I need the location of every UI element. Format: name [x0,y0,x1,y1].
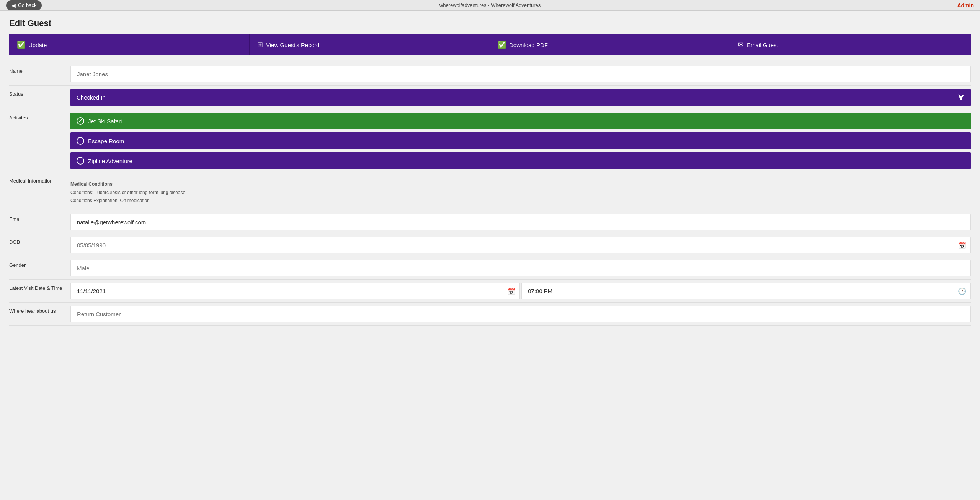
admin-link[interactable]: Admin [957,2,974,8]
calendar-date-icon: 📅 [507,287,515,296]
name-row: Name [9,63,971,86]
medical-title: Medical Conditions [70,180,971,188]
date-time-row: 📅 🕐 [70,283,971,299]
latest-visit-row: Latest Visit Date & Time 📅 🕐 [9,280,971,303]
email-label: Email [9,211,70,227]
view-guests-record-button[interactable]: ⊞ View Guest's Record [250,34,490,55]
date-wrapper: 📅 [70,283,520,299]
where-hear-input[interactable] [70,306,971,322]
gender-input[interactable] [70,260,971,276]
go-back-button[interactable]: ◀ Go back [6,0,42,10]
activities-field-wrapper: Jet Ski Safari Escape Room Zipline Adven… [70,109,971,174]
email-input[interactable] [70,214,971,230]
download-pdf-button[interactable]: ✅ Download PDF [490,34,730,55]
medical-info-block: Medical Conditions Conditions: Tuberculo… [70,177,971,208]
status-value: Checked In [77,94,106,101]
chevron-down-icon: ⮟ [958,93,965,101]
latest-visit-date-input[interactable] [70,283,520,299]
email-field-wrapper [70,211,971,234]
check-circle-icon: ✅ [17,41,25,49]
edit-guest-form: Name Status Checked In ⮟ Activites [9,63,971,326]
gender-field-wrapper [70,257,971,279]
activity-label-escape-room: Escape Room [88,138,124,144]
go-back-label: Go back [18,2,36,8]
activity-item-jet-ski[interactable]: Jet Ski Safari [70,113,971,129]
status-row: Status Checked In ⮟ [9,86,971,109]
status-field-wrapper: Checked In ⮟ [70,86,971,109]
activity-item-escape-room[interactable]: Escape Room [70,132,971,149]
latest-visit-field-wrapper: 📅 🕐 [70,280,971,302]
medical-label: Medical Information [9,174,70,189]
status-label: Status [9,86,70,102]
download-pdf-label: Download PDF [509,42,548,48]
dob-row: DOB 📅 [9,234,971,257]
update-button[interactable]: ✅ Update [9,34,250,55]
calendar-icon: 📅 [958,241,966,250]
medical-field-wrapper: Medical Conditions Conditions: Tuberculo… [70,174,971,211]
name-label: Name [9,63,70,79]
gender-row: Gender [9,257,971,280]
email-icon: ✉ [738,41,744,49]
activity-radio-jet-ski [77,117,84,125]
dob-label: DOB [9,234,70,250]
main-content: Edit Guest ✅ Update ⊞ View Guest's Recor… [0,11,980,333]
grid-icon: ⊞ [257,41,263,49]
page-title: Edit Guest [9,18,971,28]
activity-item-zipline[interactable]: Zipline Adventure [70,152,971,169]
clock-icon: 🕐 [958,287,966,296]
dob-input[interactable] [70,237,971,253]
arrow-left-icon: ◀ [11,2,16,8]
check-download-icon: ✅ [498,41,506,49]
activities-label: Activites [9,109,70,126]
email-guest-button[interactable]: ✉ Email Guest [730,34,971,55]
activity-radio-escape-room [77,137,84,145]
medical-conditions: Conditions: Tuberculosis or other long-t… [70,189,971,196]
action-buttons: ✅ Update ⊞ View Guest's Record ✅ Downloa… [9,34,971,55]
medical-explanation: Conditions Explanation: On medication [70,197,971,204]
app-title: wherewolfadventures - Wherewolf Adventur… [439,2,541,8]
dob-field-wrapper: 📅 [70,234,971,257]
view-guests-record-label: View Guest's Record [266,42,319,48]
status-dropdown[interactable]: Checked In ⮟ [70,89,971,106]
latest-visit-time-input[interactable] [521,283,971,299]
name-input[interactable] [70,66,971,82]
medical-row: Medical Information Medical Conditions C… [9,174,971,211]
name-field-wrapper [70,63,971,85]
where-hear-field-wrapper [70,303,971,325]
activities-row: Activites Jet Ski Safari Escape Room Zip… [9,109,971,174]
activity-radio-zipline [77,157,84,165]
time-wrapper: 🕐 [521,283,971,299]
top-bar: ◀ Go back wherewolfadventures - Wherewol… [0,0,980,11]
where-hear-label: Where hear about us [9,303,70,319]
activity-label-jet-ski: Jet Ski Safari [88,118,122,124]
email-guest-label: Email Guest [747,42,778,48]
where-hear-row: Where hear about us [9,303,971,326]
activity-label-zipline: Zipline Adventure [88,158,132,164]
activities-list: Jet Ski Safari Escape Room Zipline Adven… [70,113,971,171]
email-row: Email [9,211,971,234]
update-label: Update [28,42,47,48]
latest-visit-label: Latest Visit Date & Time [9,280,70,296]
gender-label: Gender [9,257,70,273]
